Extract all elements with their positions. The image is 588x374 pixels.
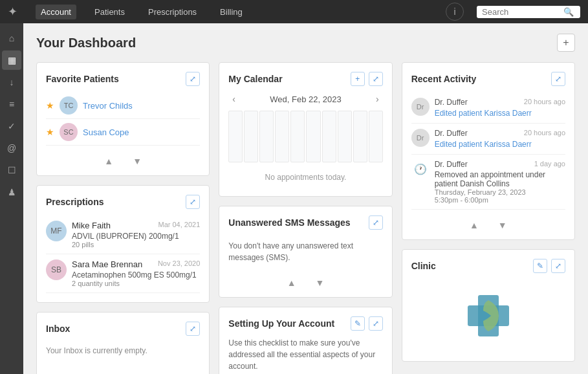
rx-qty: 20 pills (72, 241, 200, 248)
rx-patient-avatar: SB (46, 259, 67, 280)
calendar-next-button[interactable]: › (372, 93, 383, 105)
scroll-up-button[interactable]: ▲ (104, 156, 113, 166)
inbox-empty-text: Your Inbox is currently empty. (46, 342, 200, 359)
calendar-prev-button[interactable]: ‹ (228, 93, 239, 105)
cal-col-7 (322, 111, 336, 162)
sidebar-item-check[interactable]: ✓ (2, 116, 21, 136)
expand-calendar-button[interactable]: ⤢ (369, 72, 383, 86)
sidebar: ⌂ ▦ ↓ ≡ ✓ @ ☐ ♟ (0, 23, 23, 374)
sms-card: Unanswered SMS Messages ⤢ You don't have… (219, 206, 392, 298)
rx-drug: Acetaminophen 500mg ES 500mg/1 (72, 270, 200, 280)
cal-col-5 (290, 111, 305, 162)
activity-author: Dr. Duffer (435, 129, 468, 138)
expand-favorite-patients-button[interactable]: ⤢ (186, 72, 200, 86)
sidebar-item-download[interactable]: ↓ (2, 72, 21, 92)
activity-scroll-up[interactable]: ▲ (470, 220, 479, 230)
activity-item: Dr Dr. Duffer 20 hours ago Edited patien… (411, 93, 565, 124)
activity-scroll-down[interactable]: ▼ (498, 220, 507, 230)
cal-col-8 (338, 111, 352, 162)
cal-col-10 (369, 111, 383, 162)
activity-content: Dr. Duffer 1 day ago Removed an appointm… (435, 160, 565, 204)
expand-clinic-button[interactable]: ⤢ (551, 259, 565, 273)
sidebar-item-dashboard[interactable]: ▦ (2, 50, 21, 70)
sms-scroll-down[interactable]: ▼ (315, 278, 324, 288)
activity-avatar: Dr (411, 98, 430, 116)
page-title: Your Dashboard (36, 36, 136, 50)
clock-icon: 🕐 (411, 160, 430, 178)
sms-scroll-up[interactable]: ▲ (287, 278, 296, 288)
setup-title: Setting Up Your Account (228, 318, 334, 329)
patient-row: ★ TC Trevor Childs (46, 93, 200, 119)
activity-sub: Thursday, February 23, 2023 5:30pm - 6:0… (435, 188, 565, 204)
activity-description[interactable]: Edited patient Karissa Daerr (435, 140, 532, 149)
patient-avatar: SC (60, 123, 78, 141)
activity-time: 1 day ago (534, 160, 565, 169)
inbox-title: Inbox (46, 324, 70, 334)
sms-empty-text: You don't have any unanswered text messa… (228, 236, 382, 267)
add-calendar-event-button[interactable]: + (351, 72, 365, 86)
star-icon: ★ (46, 100, 54, 111)
content-area: Your Dashboard + Favorite Patients ⤢ ★ (23, 23, 588, 374)
activity-description[interactable]: Edited patient Karissa Daerr (435, 109, 532, 118)
cal-col-6 (306, 111, 320, 162)
rx-patient-name: Sara Mae Brennan (72, 259, 142, 269)
expand-sms-button[interactable]: ⤢ (369, 215, 383, 230)
calendar-nav-bar: ‹ Wed, Feb 22, 2023 › (228, 93, 382, 105)
patient-avatar: TC (60, 96, 78, 115)
rx-content: Mike Faith Mar 04, 2021 ADVIL (IBUPROFEN… (72, 221, 200, 248)
expand-inbox-button[interactable]: ⤢ (186, 322, 200, 336)
sms-title: Unanswered SMS Messages (228, 217, 350, 228)
setup-description: Use this checklist to make sure you've a… (228, 337, 382, 372)
calendar-grid (228, 111, 382, 162)
sidebar-item-chat[interactable]: ☐ (2, 160, 21, 180)
nav-prescriptions[interactable]: Prescriptions (143, 5, 202, 19)
sidebar-item-at[interactable]: @ (2, 138, 21, 158)
info-button[interactable]: i (446, 3, 464, 21)
sidebar-item-users[interactable]: ♟ (2, 182, 21, 202)
star-icon: ★ (46, 127, 54, 137)
clinic-title: Clinic (411, 261, 436, 271)
expand-recent-activity-button[interactable]: ⤢ (551, 72, 565, 86)
cal-col-1 (228, 111, 243, 162)
expand-prescriptions-button[interactable]: ⤢ (186, 195, 200, 209)
edit-clinic-button[interactable]: ✎ (533, 259, 547, 273)
edit-setup-button[interactable]: ✎ (351, 316, 365, 331)
prescriptions-card: Prescriptions ⤢ MF Mike Faith Mar 04, 20… (36, 185, 210, 303)
sidebar-item-home[interactable]: ⌂ (2, 28, 21, 48)
recent-activity-title: Recent Activity (411, 74, 477, 84)
rx-date: Mar 04, 2021 (158, 221, 201, 230)
cal-col-4 (275, 111, 289, 162)
sidebar-item-list[interactable]: ≡ (2, 94, 21, 114)
add-widget-button[interactable]: + (557, 34, 575, 52)
activity-description: Removed an appointment under patient Dan… (435, 170, 565, 188)
nav-account[interactable]: Account (36, 5, 76, 19)
activity-author: Dr. Duffer (435, 160, 468, 169)
activity-avatar: Dr (411, 129, 430, 147)
nav-patients[interactable]: Patients (89, 5, 130, 19)
setup-card: Setting Up Your Account ✎ ⤢ Use this che… (219, 307, 392, 374)
app-logo: ✦ (8, 5, 17, 19)
activity-item: Dr Dr. Duffer 20 hours ago Edited patien… (411, 124, 565, 155)
patient-name-cope[interactable]: Susan Cope (83, 127, 129, 137)
main-layout: ⌂ ▦ ↓ ≡ ✓ @ ☐ ♟ Your Dashboard + Favorit… (0, 23, 588, 374)
activity-time: 20 hours ago (524, 129, 565, 138)
activity-item: 🕐 Dr. Duffer 1 day ago Removed an appoin… (411, 155, 565, 210)
cal-col-9 (353, 111, 367, 162)
patient-name-childs[interactable]: Trevor Childs (83, 101, 133, 111)
calendar-current-date: Wed, Feb 22, 2023 (270, 94, 341, 104)
patient-row: ★ SC Susan Cope (46, 119, 200, 146)
search-input[interactable] (482, 7, 560, 17)
right-column: Recent Activity ⤢ Dr Dr. Duffer 20 hours… (402, 62, 575, 374)
calendar-title: My Calendar (228, 74, 282, 84)
rx-item: MF Mike Faith Mar 04, 2021 ADVIL (IBUPRO… (46, 215, 200, 254)
activity-time: 20 hours ago (524, 98, 565, 107)
rx-qty: 2 quantity units (72, 280, 200, 287)
nav-billing[interactable]: Billing (215, 5, 248, 19)
expand-setup-button[interactable]: ⤢ (369, 316, 383, 331)
cal-col-3 (259, 111, 274, 162)
scroll-down-button[interactable]: ▼ (133, 156, 142, 166)
left-column: Favorite Patients ⤢ ★ TC Trevor Childs ★… (36, 62, 210, 374)
activity-content: Dr. Duffer 20 hours ago Edited patient K… (435, 129, 565, 149)
top-navigation: ✦ Account Patients Prescriptions Billing… (0, 0, 588, 23)
middle-column: My Calendar + ⤢ ‹ Wed, Feb 22, 2023 › (219, 62, 392, 374)
